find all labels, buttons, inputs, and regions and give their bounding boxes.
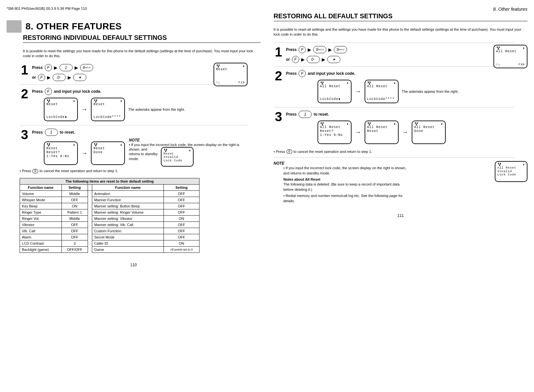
table-cell: OFF bbox=[164, 222, 199, 228]
page-number-left: 110 bbox=[7, 263, 261, 267]
key-0: 0☞ bbox=[53, 74, 66, 81]
key-f: F bbox=[299, 70, 306, 77]
table-cell: Secret Mode bbox=[92, 234, 164, 240]
table-cell: Ringer Vol. bbox=[20, 216, 62, 222]
screen-allreset-f99: ▝▞▮ All Reset ⇡⇣ F99 bbox=[493, 45, 527, 68]
table-cell: OFF/OFF bbox=[61, 247, 88, 253]
section-title-left: RESTORING INDIVIDUAL DEFAULT SETTINGS bbox=[23, 34, 261, 43]
step-2-right: 2 Press F and input your lock code. ▝▞▮ … bbox=[274, 70, 528, 104]
step-3-right: 3 Press 1 to reset. ▝▞▮ All Reset Reset?… bbox=[274, 111, 528, 145]
key-f: F bbox=[45, 88, 52, 95]
table-cell: Volume bbox=[20, 191, 62, 197]
key-down: ▾ bbox=[327, 56, 340, 63]
table-cell: ON bbox=[164, 240, 199, 247]
table-cell: ON bbox=[61, 203, 88, 209]
screen-invalid-code: ▝▞▮ Reset Invalid Lock Code bbox=[161, 147, 194, 167]
screen-allreset-progress: ▝▞▮ All Reset Reset bbox=[365, 121, 399, 144]
arrow-icon: → bbox=[81, 149, 88, 157]
table-cell: OFF bbox=[164, 191, 199, 197]
caption-asterisks: The asterisks appear from the right. bbox=[402, 89, 459, 94]
table-cell: LCD Contrast bbox=[20, 240, 62, 247]
table-cell: Manner setting: Button Beep bbox=[92, 203, 164, 209]
step-1-left: 1 Press F ▶ 1 ▶ 9WXYZ or F ▶ 0☞ ▶ ▾ bbox=[20, 64, 261, 81]
key-0: 0☞ bbox=[307, 56, 320, 63]
table-cell: Caller ID bbox=[92, 240, 164, 247]
note-label: NOTE bbox=[129, 138, 261, 142]
table-cell: 3 bbox=[61, 240, 88, 247]
table-cell: OFF bbox=[61, 197, 88, 203]
table-cell: Middle bbox=[61, 216, 88, 222]
table-cell: Backlight (game) bbox=[20, 247, 62, 253]
key-0-small: 0 bbox=[32, 169, 38, 173]
screen-reset-confirm: ▝▞▮ Reset Reset? 1:Yes 0:No bbox=[44, 141, 78, 165]
key-1: 1 bbox=[60, 64, 73, 71]
caption-asterisks: The asterisks appear from the right. bbox=[128, 107, 185, 112]
cancel-note-left: • Press 0 to cancel the reset operation … bbox=[20, 169, 261, 173]
key-9: 9WXYZ bbox=[80, 64, 93, 71]
intro-left: It is possible to reset the settings you… bbox=[23, 49, 261, 59]
arrow-icon: → bbox=[355, 128, 361, 136]
intro-right: It is possible to reset all settings and… bbox=[274, 27, 528, 37]
key-f: F bbox=[292, 56, 299, 63]
key-f: F bbox=[38, 74, 45, 81]
table-cell: OFF bbox=[61, 234, 88, 240]
key-f: F bbox=[45, 64, 52, 71]
table-cell: Game bbox=[92, 247, 164, 253]
step-1-right: 1 Press F ▶ 9WXYZ ▶ 9WXYZ or F ▶ 0☞ ▶ ▾ bbox=[274, 46, 528, 63]
key-9: 9WXYZ bbox=[313, 46, 326, 53]
table-cell: Vibrator bbox=[20, 222, 62, 228]
table-cell: OFF bbox=[164, 234, 199, 240]
section-title-right: RESTORING ALL DEFAULT SETTINGS bbox=[274, 12, 528, 21]
key-1: 1 bbox=[45, 129, 58, 136]
table-cell: ON bbox=[164, 216, 199, 222]
table-cell: OFF bbox=[164, 197, 199, 203]
table-cell: Animation bbox=[92, 191, 164, 197]
table-cell: OFF bbox=[164, 228, 199, 234]
table-cell: Manner setting: Ringer Volume bbox=[92, 209, 164, 216]
table-cell: All points set to 0 bbox=[164, 247, 199, 253]
table-cell: Manner setting: Vibrator bbox=[92, 216, 164, 222]
running-header: 8. Other features bbox=[274, 7, 528, 12]
table-cell: Middle bbox=[61, 191, 88, 197]
note-invalid: • If you input the incorrect lock code, … bbox=[284, 166, 408, 176]
print-mark: *SM-801 PHS/sec8(GB) 00.3.9 5:38 PM Page… bbox=[7, 7, 261, 10]
page-number-right: 111 bbox=[274, 213, 528, 218]
key-f: F bbox=[299, 46, 306, 53]
table-cell: Whisper Mode bbox=[20, 197, 62, 203]
table-cell: Custom Function bbox=[92, 228, 164, 234]
arrow-icon: → bbox=[402, 128, 408, 136]
note-deleted: The following data is deleted: (Be sure … bbox=[284, 182, 408, 192]
screen-lockcode-empty: ▝▞▮ Reset LockCode▮ bbox=[44, 98, 78, 121]
screen-allreset-invalid: ▝▞▮ All Reset Invalid Lock Code bbox=[495, 161, 527, 182]
arrow-icon: → bbox=[355, 88, 361, 95]
screen-allreset-lockcode-stars: ▝▞▮ All Reset LockCode**** bbox=[365, 80, 399, 103]
table-cell: Manner Function bbox=[92, 197, 164, 203]
cancel-note-right: • Press 0 to cancel the reset operation … bbox=[274, 149, 528, 154]
note-redial: • Redial memory and number memo/call log… bbox=[284, 193, 408, 204]
key-down: ▾ bbox=[73, 74, 86, 81]
chapter-header: 8. OTHER FEATURES bbox=[7, 20, 261, 33]
table-cell: OFF bbox=[164, 209, 199, 216]
note-label: NOTE bbox=[274, 161, 528, 166]
screen-lockcode-stars: ▝▞▮ Reset LockCode**** bbox=[91, 98, 125, 121]
table-cell: Alarm bbox=[20, 234, 62, 240]
screen-reset-f19: ▝▞▮ Reset ⇡⇣ F19 bbox=[214, 63, 248, 86]
table-cell: Pattern 1 bbox=[61, 209, 88, 216]
step-3-left: 3 Press 1 to reset. ▝▞▮ Reset Reset? 1:Y… bbox=[20, 129, 261, 167]
chapter-title: 8. OTHER FEATURES bbox=[26, 21, 122, 32]
screen-allreset-confirm: ▝▞▮ All Reset Reset? 1:Yes 0:No bbox=[318, 121, 352, 144]
screen-allreset-lockcode-empty: ▝▞▮ All Reset LockCode▮ bbox=[318, 80, 352, 103]
notes-about-all-reset: Notes about All Reset bbox=[284, 177, 408, 182]
table-cell: OFF bbox=[61, 228, 88, 234]
defaults-table: The following items are reset to their d… bbox=[20, 178, 199, 253]
table-cell: Key Beep bbox=[20, 203, 62, 209]
table-cell: OFF bbox=[61, 222, 88, 228]
table-cell: OFF bbox=[164, 203, 199, 209]
key-0-small: 0 bbox=[286, 149, 292, 154]
key-9: 9WXYZ bbox=[334, 46, 347, 53]
key-1: 1 bbox=[299, 111, 312, 118]
screen-reset-done: ▝▞▮ Reset Done bbox=[91, 141, 125, 165]
screen-allreset-done: ▝▞▮ All Reset Done bbox=[412, 121, 446, 144]
table-cell: Manner setting: Vib. Call bbox=[92, 222, 164, 228]
table-cell: Ringer Type bbox=[20, 209, 62, 216]
